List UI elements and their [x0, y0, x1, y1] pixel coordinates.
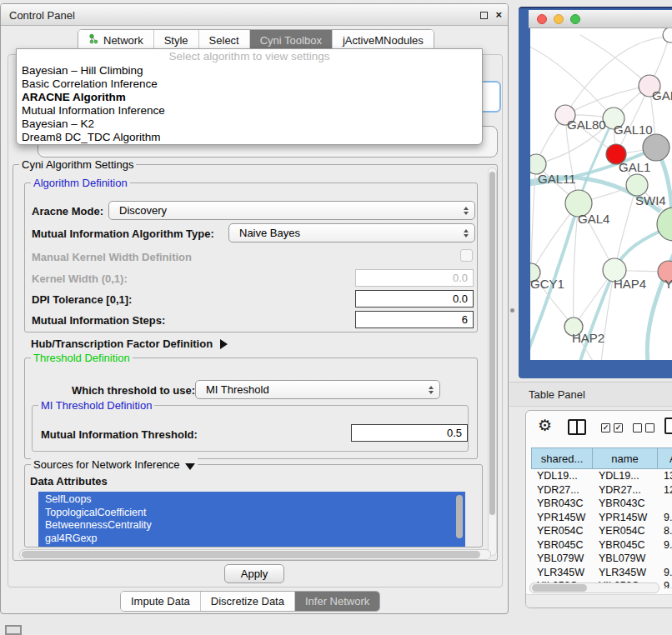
- panel-divider-handle[interactable]: [510, 308, 514, 312]
- mi-type-combo[interactable]: Naive Bayes: [228, 223, 475, 242]
- algorithm-definition-group: Algorithm Definition Aracne Mode: Discov…: [24, 182, 478, 332]
- deselect-all-columns-icon[interactable]: [633, 423, 654, 432]
- dpi-tolerance-field[interactable]: 0.0: [355, 290, 474, 308]
- network-view-window: GALGAL80GAL10GAL1GAL11SWI4GAL4GCY1HAP4YH…: [519, 7, 672, 378]
- column-header-name[interactable]: name: [593, 448, 658, 469]
- network-window-titlebar: [529, 10, 672, 28]
- checked-checkbox-icon: ✓: [601, 423, 610, 432]
- table-horizontal-scrollbar[interactable]: [529, 582, 659, 593]
- data-attributes-list[interactable]: SelfLoopsTopologicalCoefficientBetweenne…: [38, 492, 465, 547]
- scrollbar-thumb[interactable]: [532, 584, 587, 592]
- tab-jactivemnodules[interactable]: jActiveMNodules: [332, 30, 434, 50]
- close-icon[interactable]: ×: [495, 8, 502, 21]
- settings-vertical-scrollbar[interactable]: [488, 168, 497, 556]
- aracne-mode-combo[interactable]: Discovery: [108, 201, 475, 220]
- algorithm-option-basic-correlation-inference[interactable]: Basic Correlation Inference: [17, 78, 482, 91]
- network-edge: [572, 270, 614, 360]
- table-panel: ⚙ ✓✓ shared...nameA YDL19...YDL19...13YD…: [525, 410, 672, 608]
- mac-zoom-icon[interactable]: [570, 14, 580, 24]
- mi-type-label: Mutual Information Algorithm Type:: [32, 228, 214, 240]
- hub-definition-toggle[interactable]: Hub/Transcription Factor Definition: [31, 338, 228, 350]
- sources-group-title[interactable]: Sources for Network Inference: [31, 458, 198, 471]
- algorithm-option-dream8-dc-tdc-algorithm[interactable]: Dream8 DC_TDC Algorithm: [17, 131, 482, 144]
- tab-cyni-toolbox[interactable]: Cyni Toolbox: [249, 30, 332, 50]
- which-threshold-combo[interactable]: MI Threshold: [195, 380, 440, 399]
- scrollbar-thumb[interactable]: [489, 172, 495, 515]
- dpi-tolerance-label: DPI Tolerance [0,1]:: [32, 293, 132, 306]
- collapse-down-icon: [185, 463, 195, 470]
- table-cell: YER054C: [531, 525, 593, 537]
- unchecked-checkbox-icon: [645, 423, 654, 432]
- data-attributes-label: Data Attributes: [30, 475, 108, 488]
- attribute-item-selfloops[interactable]: SelfLoops: [38, 493, 465, 507]
- mi-steps-label: Mutual Information Steps:: [32, 314, 165, 327]
- tab-label: Infer Network: [305, 595, 369, 608]
- mi-steps-field[interactable]: 6: [355, 311, 474, 328]
- algorithm-option-aracne-algorithm[interactable]: ARACNE Algorithm: [17, 91, 482, 104]
- column-header-shared[interactable]: shared...: [531, 448, 593, 469]
- settings-horizontal-scrollbar[interactable]: [19, 549, 491, 560]
- unchecked-checkbox-icon: [633, 423, 642, 432]
- export-table-icon[interactable]: [664, 418, 672, 434]
- node-label-gal80: GAL80: [567, 118, 606, 132]
- tab-label: Style: [164, 34, 188, 47]
- aracne-mode-value: Discovery: [119, 204, 167, 217]
- network-node[interactable]: [663, 28, 672, 42]
- table-cell: YPR145W: [531, 512, 593, 523]
- stepper-icon: [429, 386, 434, 394]
- column-header-a[interactable]: A: [658, 448, 672, 469]
- algorithm-option-bayesian-k2[interactable]: Bayesian – K2: [17, 118, 482, 131]
- mi-threshold-group-title: MI Threshold Definition: [38, 399, 154, 412]
- table-row[interactable]: YDR27...YDR27...12: [531, 483, 672, 498]
- attribute-item-topologicalcoefficient[interactable]: TopologicalCoefficient: [38, 507, 465, 520]
- tab-style[interactable]: Style: [153, 30, 198, 50]
- network-canvas[interactable]: GALGAL80GAL10GAL1GAL11SWI4GAL4GCY1HAP4YH…: [530, 28, 672, 360]
- table-row[interactable]: YBR043CYBR043C: [531, 497, 672, 511]
- table-row[interactable]: YER054CYER054C8.: [531, 524, 672, 538]
- table-cell: YBR045C: [593, 539, 658, 551]
- aracne-mode-label: Aracne Mode:: [32, 205, 103, 218]
- network-graph[interactable]: GALGAL80GAL10GAL1GAL11SWI4GAL4GCY1HAP4YH…: [530, 28, 672, 360]
- table-cell: YER054C: [593, 525, 658, 537]
- network-node[interactable]: [643, 134, 669, 161]
- tab-select[interactable]: Select: [198, 30, 249, 50]
- tab-impute-data[interactable]: Impute Data: [121, 592, 200, 611]
- table-row[interactable]: YBR045CYBR045C9.: [531, 538, 672, 552]
- node-label-hap2: HAP2: [572, 331, 604, 345]
- table-cell: YDR27...: [593, 484, 658, 496]
- minimized-panel-icon[interactable]: [5, 625, 22, 635]
- dpi-tolerance-value: 0.0: [453, 292, 468, 305]
- list-scrollbar-thumb[interactable]: [456, 495, 463, 538]
- attribute-item-betweennesscentrality[interactable]: BetweennessCentrality: [38, 519, 465, 532]
- algorithm-option-bayesian-hill-climbing[interactable]: Bayesian – Hill Climbing: [17, 64, 482, 78]
- apply-button[interactable]: Apply: [224, 564, 284, 583]
- attribute-item-gal4rgexp[interactable]: gal4RGexp: [38, 532, 465, 546]
- mac-minimize-icon[interactable]: [554, 14, 564, 24]
- mi-threshold-field[interactable]: 0.5: [351, 424, 468, 442]
- sources-group: Sources for Network Inference Data Attri…: [24, 464, 483, 548]
- kernel-width-field[interactable]: 0.0: [355, 269, 474, 287]
- table-row[interactable]: YPR145WYPR145W9.: [531, 511, 672, 525]
- table-row[interactable]: YLR345WYLR345W9.: [531, 566, 672, 580]
- table-cell: 12: [658, 484, 672, 496]
- float-window-icon[interactable]: [480, 12, 488, 19]
- table-row[interactable]: YBL079WYBL079W: [531, 552, 672, 566]
- mi-type-value: Naive Bayes: [239, 227, 300, 239]
- table-cell: 9.: [658, 580, 672, 588]
- table-cell: YBR045C: [531, 539, 593, 551]
- columns-icon[interactable]: [568, 419, 586, 435]
- manual-kernel-checkbox[interactable]: [460, 249, 473, 262]
- threshold-definition-group: Threshold Definition Which threshold to …: [24, 358, 478, 459]
- algorithm-option-mutual-information-inference[interactable]: Mutual Information Inference: [17, 104, 482, 118]
- scrollbar-thumb[interactable]: [22, 551, 480, 558]
- tab-discretize-data[interactable]: Discretize Data: [200, 592, 294, 611]
- mac-close-icon[interactable]: [537, 14, 547, 24]
- gear-icon[interactable]: ⚙: [538, 417, 552, 435]
- select-all-columns-icon[interactable]: ✓✓: [601, 423, 623, 432]
- table-row[interactable]: YDL19...YDL19...13: [531, 469, 672, 483]
- tab-network[interactable]: Network: [78, 30, 153, 50]
- node-label-gal: GAL: [652, 88, 672, 102]
- mi-threshold-value: 0.5: [447, 427, 462, 439]
- tab-infer-network[interactable]: Infer Network: [294, 592, 379, 611]
- table-panel-titlebar: Table Panel: [509, 382, 672, 407]
